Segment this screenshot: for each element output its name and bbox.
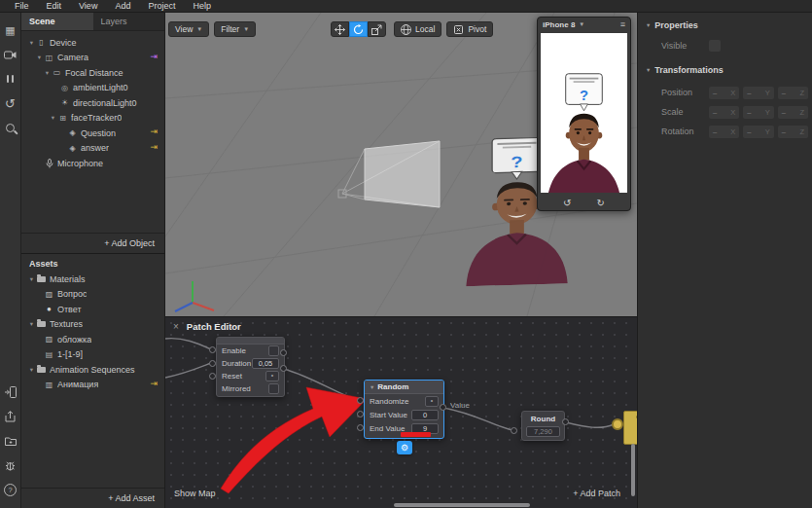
asset-item-textures[interactable]: Textures bbox=[21, 317, 164, 333]
gear-icon[interactable]: ⚙ bbox=[397, 441, 412, 454]
scene-item-microphone[interactable]: Microphone bbox=[21, 156, 164, 171]
input-port[interactable] bbox=[357, 411, 364, 417]
scale-y-field[interactable]: –Y bbox=[743, 106, 773, 119]
caret-icon[interactable] bbox=[27, 275, 36, 283]
transformations-section-header[interactable]: ▾ Transformations bbox=[638, 55, 812, 75]
device-selector[interactable]: iPhone 8 bbox=[543, 20, 575, 29]
preview-menu-icon[interactable]: ≡ bbox=[620, 19, 625, 29]
input-port[interactable] bbox=[357, 397, 364, 404]
asset-item-animation-sequences[interactable]: Animation Sequences bbox=[21, 362, 164, 378]
menu-project[interactable]: Project bbox=[139, 0, 184, 12]
show-map-button[interactable]: Show Map bbox=[174, 489, 216, 498]
reset-pulse-button[interactable]: • bbox=[265, 371, 279, 381]
round-value-field[interactable]: 7,290 bbox=[526, 426, 560, 437]
scale-tool-button[interactable] bbox=[368, 21, 386, 37]
scene-item-directional-light[interactable]: ☀directionalLight0 bbox=[21, 95, 164, 111]
animation-patch-node[interactable]: Enable Duration0,05 Reset• Mirrored bbox=[216, 337, 285, 397]
consumer-input-port[interactable] bbox=[612, 418, 623, 430]
caret-icon[interactable] bbox=[35, 54, 44, 61]
scene-item-device[interactable]: ▯Device bbox=[21, 35, 164, 51]
caret-icon[interactable] bbox=[43, 69, 52, 77]
position-x-field[interactable]: –X bbox=[709, 87, 739, 99]
pause-icon[interactable] bbox=[0, 70, 21, 88]
position-y-field[interactable]: –Y bbox=[743, 87, 773, 99]
asset-item-materials[interactable]: Materials bbox=[21, 272, 164, 287]
menu-edit[interactable]: Edit bbox=[38, 0, 71, 12]
random-patch-node[interactable]: ▾Random Randomize• Start Value0 End Valu… bbox=[364, 380, 444, 439]
filter-dropdown[interactable]: Filter▼ bbox=[214, 21, 256, 37]
export-icon[interactable] bbox=[0, 408, 21, 425]
input-port[interactable] bbox=[209, 346, 216, 353]
position-z-field[interactable]: –Z bbox=[778, 87, 808, 99]
tab-layers[interactable]: Layers bbox=[93, 13, 165, 30]
scene-item-answer[interactable]: ◈answer⇥ bbox=[21, 141, 164, 157]
rotate-device-icon[interactable]: ↻ bbox=[597, 198, 605, 208]
duration-value-field[interactable]: 0,05 bbox=[252, 358, 279, 369]
rotation-x-field[interactable]: –X bbox=[709, 126, 739, 138]
view-dropdown[interactable]: View▼ bbox=[168, 21, 209, 37]
vertical-scrollbar[interactable] bbox=[631, 444, 635, 496]
scene-item-question[interactable]: ◈Question⇥ bbox=[21, 126, 164, 141]
scene-item-camera[interactable]: ◫Camera⇥ bbox=[21, 51, 164, 66]
close-icon[interactable]: × bbox=[173, 321, 179, 332]
menu-help[interactable]: Help bbox=[184, 0, 220, 12]
caret-icon[interactable] bbox=[27, 366, 36, 374]
rotation-y-field[interactable]: –Y bbox=[743, 126, 773, 138]
add-asset-button[interactable]: + Add Asset bbox=[21, 488, 164, 508]
input-port[interactable] bbox=[209, 360, 216, 367]
pivot-button[interactable]: Pivot bbox=[446, 21, 493, 37]
local-space-button[interactable]: Local bbox=[394, 21, 441, 37]
caret-icon[interactable] bbox=[49, 114, 57, 122]
enable-checkbox[interactable] bbox=[268, 345, 279, 356]
bug-test-icon[interactable] bbox=[0, 456, 21, 474]
scale-x-field[interactable]: –X bbox=[709, 106, 739, 119]
zoom-search-icon[interactable] bbox=[0, 119, 21, 136]
viewport-3d[interactable]: View▼ Filter▼ Local Pivot bbox=[165, 13, 637, 316]
round-patch-node[interactable]: Round 7,290 bbox=[521, 411, 565, 441]
properties-section-header[interactable]: ▾ Properties bbox=[638, 13, 812, 30]
output-port[interactable] bbox=[440, 404, 446, 411]
asset-item-oblozhka[interactable]: ▨обложка bbox=[21, 332, 164, 347]
scene-item-ambient-light[interactable]: ◎ambientLight0 bbox=[21, 81, 164, 96]
caret-icon[interactable] bbox=[27, 39, 36, 47]
restart-icon[interactable]: ↺ bbox=[0, 94, 21, 112]
rotate-tool-button[interactable] bbox=[349, 21, 368, 37]
horizontal-scrollbar[interactable] bbox=[394, 503, 530, 507]
input-port[interactable] bbox=[357, 424, 364, 431]
help-icon[interactable] bbox=[0, 481, 21, 498]
caret-icon[interactable] bbox=[27, 320, 36, 328]
asset-item-otvet[interactable]: ●Ответ bbox=[21, 302, 164, 317]
scene-item-focal-distance[interactable]: ▭Focal Distance bbox=[21, 65, 164, 81]
menu-file[interactable]: File bbox=[6, 0, 38, 12]
menu-view[interactable]: View bbox=[70, 0, 106, 12]
scene-item-face-tracker[interactable]: ⊞faceTracker0 bbox=[21, 111, 164, 127]
start-value-field[interactable]: 0 bbox=[411, 410, 439, 420]
mirrored-checkbox[interactable] bbox=[268, 383, 279, 394]
rotation-z-field[interactable]: –Z bbox=[778, 126, 808, 138]
restart-simulation-icon[interactable]: ↺ bbox=[563, 198, 571, 208]
add-object-button[interactable]: + Add Object bbox=[21, 233, 164, 253]
random-node-title[interactable]: ▾Random bbox=[365, 381, 443, 394]
asset-item-vopros[interactable]: ▨Вопрос bbox=[21, 287, 164, 303]
scene-panel: Scene Layers ▯Device ◫Camera⇥ ▭Focal Dis… bbox=[21, 13, 165, 253]
menu-add[interactable]: Add bbox=[106, 0, 139, 12]
send-to-device-icon[interactable] bbox=[0, 383, 21, 401]
asset-item-sequence[interactable]: ▤1-[1-9] bbox=[21, 347, 164, 363]
add-patch-button[interactable]: + Add Patch bbox=[573, 489, 620, 498]
input-port[interactable] bbox=[511, 427, 517, 434]
randomize-pulse-button[interactable]: • bbox=[425, 396, 439, 407]
move-tool-button[interactable] bbox=[331, 21, 349, 37]
tab-scene[interactable]: Scene bbox=[21, 13, 93, 30]
property-consumer-patch[interactable] bbox=[623, 411, 637, 445]
layout-panels-icon[interactable]: ▦ bbox=[0, 21, 21, 39]
asset-item-animaciya[interactable]: ▥Анимация⇥ bbox=[21, 378, 164, 393]
project-folder-icon[interactable] bbox=[0, 432, 21, 450]
output-port[interactable] bbox=[280, 349, 287, 356]
patch-editor[interactable]: × Patch Editor Enable Duration0,05 Reset… bbox=[165, 316, 637, 508]
scale-z-field[interactable]: –Z bbox=[778, 106, 808, 119]
video-camera-icon[interactable] bbox=[0, 46, 21, 63]
output-port[interactable] bbox=[562, 418, 569, 425]
input-port[interactable] bbox=[209, 373, 216, 380]
output-port[interactable] bbox=[280, 365, 287, 372]
visible-checkbox[interactable] bbox=[709, 40, 721, 52]
